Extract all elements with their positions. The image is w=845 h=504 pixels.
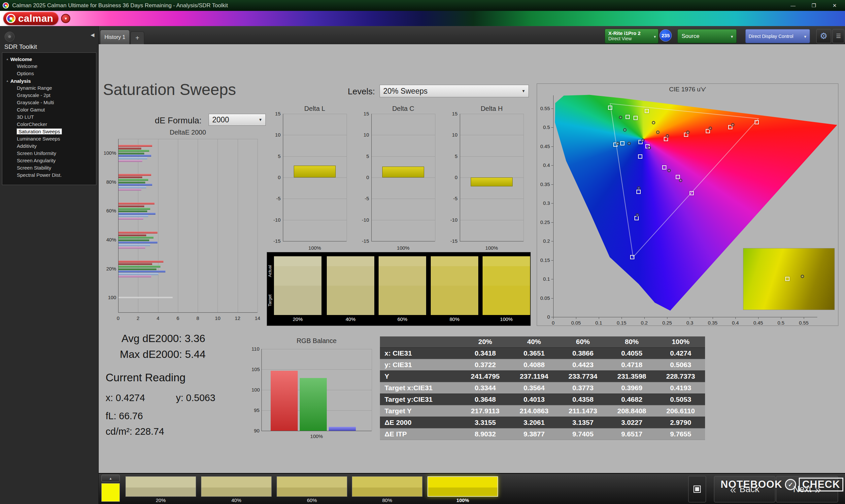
table-row-label: ΔE ITP [380,428,461,440]
axlab: -15 [450,238,457,244]
tick [551,260,553,260]
hbar [119,263,152,265]
rgb-bar-red [271,371,298,431]
hbar [119,210,147,212]
hbar [119,268,156,270]
hbar [119,260,163,263]
target-swatch-80% [431,286,478,315]
sidebar-item-dynamic-range[interactable]: Dynamic Range [2,85,96,92]
grid [118,139,258,139]
grid [178,139,178,312]
axlab: 10 [273,132,281,138]
axlab: 15 [362,111,369,116]
levels-dropdown[interactable]: 20% Sweeps ▼ [380,85,529,97]
sidebar-item-grayscale-multi[interactable]: Grayscale - Multi [2,99,96,106]
axlab: 0.15 [537,257,550,263]
add-tab-button[interactable]: + [130,31,144,44]
hbar [119,179,148,181]
axlab: 95 [251,407,260,413]
axlab: 0.1 [591,320,607,326]
swatch-label: 100% [482,316,530,322]
source-selector-button[interactable]: Source ▼ [677,29,737,43]
target-row-label: Target [267,286,273,315]
sidebar-item-additivity[interactable]: Additivity [2,143,96,150]
sidebar-item-color-gamut[interactable]: Color Gamut [2,106,96,113]
close-button[interactable]: ✕ [824,0,845,11]
panel-menu-button[interactable]: ☰ [832,29,844,43]
logo-dropdown-button[interactable]: ▼ [61,14,70,23]
swatch-label: 20% [274,316,321,322]
tab-history-1[interactable]: History 1 [100,30,130,44]
swatch-shine [482,256,530,266]
cie-target [638,155,642,159]
axlab: 0.45 [750,320,767,326]
display-control-selector-button[interactable]: Direct Display Control ▼ [745,29,810,43]
hbar [119,213,156,215]
table-row-label: y: CIE31 [380,359,461,371]
sidebar-item-screen-angularity[interactable]: Screen Angularity [2,157,96,164]
sidebar-item-3d-lut[interactable]: 3D LUT [2,113,96,121]
next-button[interactable]: Next » [776,476,838,502]
max-de2000: Max dE2000: 5.44 [120,348,206,361]
back-button[interactable]: « Back [714,476,775,502]
sidebar-item-colorchecker[interactable]: ColorChecker [2,121,96,128]
sidebar-item-welcome[interactable]: Welcome [2,63,96,70]
grid [158,139,158,312]
cie-title: CIE 1976 u'v' [537,86,838,93]
table-header-cell: 100% [656,337,705,347]
footer-swatch-60%[interactable] [277,476,347,497]
footer-swatch-100%[interactable] [427,476,498,497]
axlab: 0.3 [537,200,550,206]
grid [237,139,238,312]
axlab: 4 [152,315,165,321]
grid [258,139,258,312]
measurement-table: 20%40%60%80%100%x: CIE310.34180.36510.38… [380,337,705,440]
maximize-button[interactable]: ❐ [804,0,824,11]
sidebar-header-welcome[interactable]: ▴Welcome [2,55,96,63]
tick [551,165,553,166]
footer-swatch-40%[interactable] [201,476,272,497]
sidebar-item-saturation-sweeps[interactable]: Saturation Sweeps [2,128,96,135]
table-header-row: 20%40%60%80%100% [380,337,705,347]
tree-expand-icon: ▴ [6,79,8,83]
tree-item-label: Welcome [17,63,37,69]
table-cell: 9.7405 [559,428,608,440]
sidebar-collapse-icon[interactable]: ◀ [90,32,94,38]
sidebar-item-screen-uniformity[interactable]: Screen Uniformity [2,150,96,157]
settings-button[interactable]: ⚙ [816,29,831,43]
sidebar-item-luminance-sweeps[interactable]: Luminance Sweeps [2,135,96,143]
grid [283,199,347,199]
pattern-window-button[interactable] [688,476,706,502]
footer-swatch-20%[interactable] [125,476,196,497]
actual-swatch-60% [379,256,426,286]
nav-knob-button[interactable] [5,32,15,41]
sidebar-item-screen-stability[interactable]: Screen Stability [2,164,96,172]
sidebar-item-options[interactable]: Options [2,70,96,77]
tick [551,241,553,241]
grid [261,370,372,370]
tick [690,317,690,319]
grid [460,114,524,114]
calman-logo[interactable]: calman ▼ [3,12,70,25]
sidebar-header-analysis[interactable]: ▴Analysis [2,77,96,85]
sidebar-item-grayscale-2pt[interactable]: Grayscale - 2pt [2,92,96,99]
chevron-down-icon: ▼ [804,35,807,39]
tick [551,317,553,317]
tree-item-label: Welcome [11,56,32,62]
sidebar-item-spectral-power-dist[interactable]: Spectral Power Dist. [2,172,96,179]
measurement-count-badge[interactable]: 235 [659,29,672,41]
tick [576,317,576,319]
tick [599,317,599,319]
grid [217,139,218,312]
minimize-button[interactable]: — [782,0,804,11]
table-cell: 231.3598 [608,371,656,382]
app-icon [3,2,9,8]
axlab: 8 [191,315,204,321]
hbar [119,152,144,155]
hbar [119,266,160,268]
target-swatch-20% [274,286,321,315]
footer-swatch-80%[interactable] [352,476,423,497]
meter-selector-button[interactable]: X-Rite i1Pro 2 Direct View ▼ [605,29,658,43]
menu-icon: ☰ [836,33,841,40]
de-formula-dropdown[interactable]: 2000 ▼ [209,114,266,126]
